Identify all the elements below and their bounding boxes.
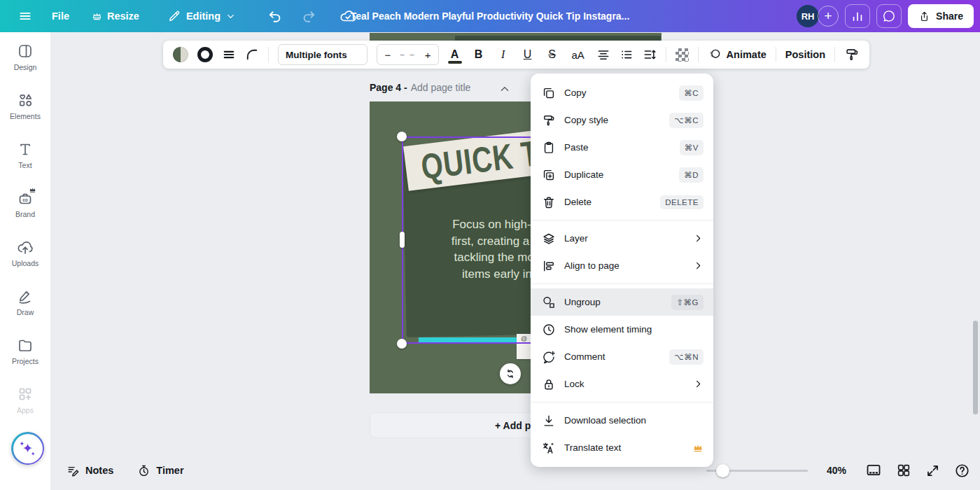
file-menu-button[interactable]: File xyxy=(52,10,69,22)
clock-icon xyxy=(542,323,556,337)
animate-button[interactable]: Animate xyxy=(708,48,766,62)
menu-item-translate-text[interactable]: Translate text xyxy=(531,434,713,461)
sidebar-item-uploads[interactable]: Uploads xyxy=(0,228,50,277)
chevron-right-icon xyxy=(693,379,704,389)
insights-button[interactable] xyxy=(845,4,870,28)
menu-shortcut: DELETE xyxy=(660,195,704,209)
text-icon xyxy=(17,141,34,158)
timer-icon xyxy=(137,464,150,477)
page-title-placeholder[interactable]: Add page title xyxy=(411,82,471,93)
selection-handle-bottom-left[interactable] xyxy=(397,339,407,349)
crown-icon xyxy=(692,442,704,454)
editing-mode-dropdown[interactable]: Editing xyxy=(167,9,236,23)
menu-item-duplicate[interactable]: Duplicate⌘D xyxy=(531,161,713,188)
copy-icon xyxy=(542,86,556,100)
corner-curve-icon[interactable] xyxy=(245,48,259,62)
menu-item-ungroup[interactable]: Ungroup⇧⌘G xyxy=(531,288,713,316)
copy-style-roller-icon[interactable] xyxy=(844,47,860,62)
scrollbar-thumb[interactable] xyxy=(973,321,978,414)
timer-button[interactable]: Timer xyxy=(137,464,183,477)
text-align-icon[interactable] xyxy=(596,48,610,62)
bullet-list-icon[interactable] xyxy=(620,48,634,62)
help-icon[interactable] xyxy=(954,463,970,479)
bottom-bar: Notes Timer 40% xyxy=(0,451,980,490)
draw-icon xyxy=(17,288,34,304)
menu-item-layer[interactable]: Layer xyxy=(531,225,713,252)
zoom-slider-thumb[interactable] xyxy=(716,464,729,477)
menu-item-paste[interactable]: Paste⌘V xyxy=(531,134,713,161)
text-case-button[interactable]: aA xyxy=(569,49,587,61)
menu-item-lock[interactable]: Lock xyxy=(531,370,713,398)
sidebar: DesignElementsTextcoBrandUploadsDrawProj… xyxy=(0,32,50,490)
menu-item-download-selection[interactable]: Download selection xyxy=(531,407,713,434)
sidebar-item-apps[interactable]: Apps xyxy=(0,375,50,424)
avatar[interactable]: RH xyxy=(797,5,819,27)
italic-button[interactable]: I xyxy=(496,48,511,61)
font-size-value[interactable]: – – xyxy=(400,50,416,59)
selection-handle-left[interactable] xyxy=(400,232,405,248)
sidebar-item-design[interactable]: Design xyxy=(0,32,50,81)
sidebar-item-draw[interactable]: Draw xyxy=(0,277,50,326)
menu-item-delete[interactable]: DeleteDELETE xyxy=(531,188,713,216)
position-button[interactable]: Position xyxy=(785,49,825,60)
magic-assistant-button[interactable]: ✦ ✦ ✦ xyxy=(11,432,44,465)
line-spacing-icon[interactable] xyxy=(643,48,657,62)
page-title-row[interactable]: Page 4 - Add page title xyxy=(370,82,470,93)
sidebar-item-text[interactable]: Text xyxy=(0,130,50,179)
font-size-decrease[interactable]: − xyxy=(384,49,391,61)
rotate-handle[interactable] xyxy=(500,363,521,384)
duplicate-icon xyxy=(542,168,556,182)
font-size-increase[interactable]: + xyxy=(425,49,431,61)
resize-button[interactable]: Resize xyxy=(92,10,139,22)
download-icon xyxy=(542,414,556,428)
underline-button[interactable]: U xyxy=(520,48,536,61)
comments-button[interactable] xyxy=(876,4,902,28)
stroke-lines-icon[interactable] xyxy=(222,48,236,62)
menu-item-comment[interactable]: Comment⌥⌘N xyxy=(531,343,713,370)
fullscreen-icon[interactable] xyxy=(925,463,940,478)
color-swatch-ring[interactable] xyxy=(197,47,213,62)
transparency-button[interactable] xyxy=(676,48,689,62)
selection-handle-top-left[interactable] xyxy=(397,132,407,141)
color-swatch-duo[interactable] xyxy=(173,47,188,62)
redo-button[interactable] xyxy=(301,8,317,24)
font-size-stepper[interactable]: − – – + xyxy=(377,44,438,65)
strikethrough-button[interactable]: S xyxy=(545,48,560,61)
paint-roller-icon xyxy=(542,113,556,127)
context-menu: Copy⌘CCopy style⌥⌘CPaste⌘VDuplicate⌘DDel… xyxy=(531,74,713,467)
svg-text:co: co xyxy=(22,197,28,202)
collapse-page-icon[interactable] xyxy=(498,83,511,95)
pages-view-icon[interactable] xyxy=(865,462,882,479)
menu-item-copy-style[interactable]: Copy style⌥⌘C xyxy=(531,106,713,134)
add-member-button[interactable]: + xyxy=(818,6,839,27)
menu-item-align-to-page[interactable]: Align to page xyxy=(531,252,713,279)
share-button[interactable]: Share xyxy=(908,4,974,28)
undo-button[interactable] xyxy=(267,8,283,24)
ungroup-icon xyxy=(542,295,556,309)
top-bar: File Resize Editing Teal Peach Modern Pl… xyxy=(0,0,980,32)
menu-shortcut: ⌘V xyxy=(680,140,704,155)
pencil-icon xyxy=(167,9,181,23)
credit-tag: @ xyxy=(517,334,531,359)
hamburger-menu-icon[interactable] xyxy=(18,9,32,23)
menu-shortcut: ⌘D xyxy=(679,167,704,183)
text-color-button[interactable]: A xyxy=(448,48,462,61)
zoom-level: 40% xyxy=(822,465,851,476)
file-label: File xyxy=(52,10,69,22)
menu-item-copy[interactable]: Copy⌘C xyxy=(531,79,713,106)
sidebar-item-brand[interactable]: coBrand xyxy=(0,179,50,228)
notes-button[interactable]: Notes xyxy=(66,464,113,477)
chevron-right-icon xyxy=(693,260,704,271)
design-icon xyxy=(17,43,34,59)
sidebar-item-projects[interactable]: Projects xyxy=(0,326,50,375)
bar-chart-icon xyxy=(850,9,864,23)
menu-item-show-element-timing[interactable]: Show element timing xyxy=(531,316,713,343)
sidebar-item-elements[interactable]: Elements xyxy=(0,81,50,130)
menu-divider xyxy=(531,220,713,220)
document-title[interactable]: Teal Peach Modern Playful Productivity Q… xyxy=(351,0,630,32)
font-family-field[interactable]: Multiple fonts xyxy=(278,44,368,65)
grid-view-icon[interactable] xyxy=(896,463,911,478)
zoom-slider[interactable] xyxy=(706,470,808,472)
bold-button[interactable]: B xyxy=(471,48,486,61)
menu-shortcut: ⌥⌘C xyxy=(669,113,704,128)
